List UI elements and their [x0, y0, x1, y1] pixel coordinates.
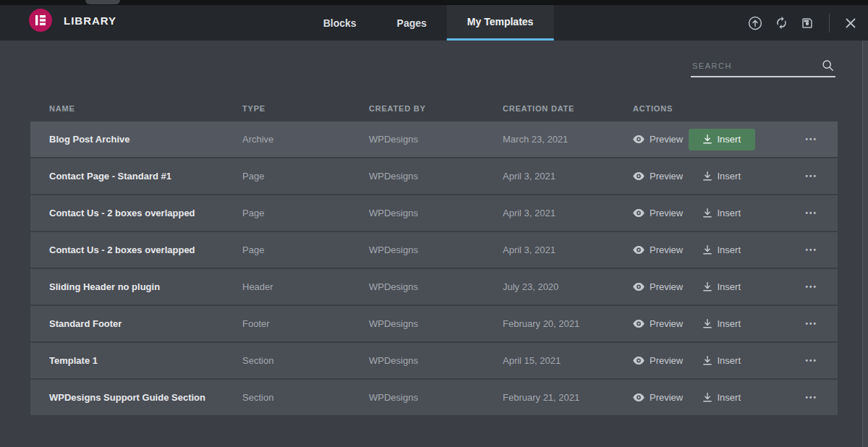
- insert-button[interactable]: Insert: [689, 129, 755, 150]
- more-options-button[interactable]: •••: [805, 136, 817, 143]
- more-options-button[interactable]: •••: [805, 357, 817, 365]
- template-name: Contact Us - 2 boxes overlapped: [49, 244, 242, 255]
- preview-button[interactable]: Preview: [633, 208, 683, 218]
- preview-button[interactable]: Preview: [633, 171, 683, 182]
- preview-button[interactable]: Preview: [633, 281, 683, 292]
- insert-icon: [703, 135, 712, 144]
- close-button[interactable]: [845, 17, 856, 29]
- insert-button[interactable]: Insert: [689, 276, 755, 298]
- import-icon: [748, 16, 762, 30]
- insert-label: Insert: [717, 355, 741, 366]
- elementor-logo-icon[interactable]: [29, 9, 52, 32]
- template-date: March 23, 2021: [503, 134, 633, 145]
- import-button[interactable]: [748, 16, 762, 30]
- sync-icon: [775, 16, 788, 30]
- preview-label: Preview: [650, 392, 683, 403]
- page-title: LIBRARY: [64, 14, 116, 27]
- template-type: Page: [242, 244, 369, 255]
- preview-button[interactable]: Preview: [633, 355, 683, 366]
- preview-label: Preview: [650, 171, 683, 182]
- template-type: Archive: [242, 134, 369, 145]
- preview-label: Preview: [650, 208, 683, 218]
- eye-icon: [633, 357, 644, 365]
- eye-icon: [633, 209, 644, 217]
- column-header-creation-date: CREATION DATE: [503, 104, 633, 113]
- more-options-button[interactable]: •••: [805, 247, 817, 254]
- more-options-button[interactable]: •••: [805, 320, 817, 328]
- more-options-button[interactable]: •••: [805, 284, 817, 291]
- scrollbar[interactable]: [862, 41, 868, 447]
- template-name: Sliding Header no plugin: [49, 281, 242, 292]
- sync-button[interactable]: [775, 16, 788, 30]
- row-actions: Preview Insert •••: [633, 276, 838, 298]
- template-date: February 20, 2021: [503, 318, 633, 329]
- insert-icon: [703, 171, 712, 181]
- top-edge-strip: [0, 0, 868, 5]
- template-name: Template 1: [49, 355, 242, 366]
- template-date: April 3, 2021: [503, 208, 633, 218]
- column-header-name: NAME: [49, 104, 242, 113]
- eye-icon: [633, 393, 644, 401]
- preview-button[interactable]: Preview: [633, 392, 683, 403]
- template-author: WPDesigns: [369, 392, 503, 403]
- insert-button[interactable]: Insert: [689, 239, 755, 261]
- topbar-divider: [829, 14, 830, 33]
- eye-icon: [633, 172, 644, 180]
- logo-area: LIBRARY: [0, 9, 116, 32]
- insert-button[interactable]: Insert: [689, 387, 755, 409]
- template-date: April 3, 2021: [503, 244, 633, 255]
- template-type: Header: [242, 281, 369, 292]
- insert-icon: [703, 319, 712, 328]
- insert-label: Insert: [717, 318, 741, 329]
- tab-blocks[interactable]: Blocks: [303, 5, 377, 41]
- tab-my-templates[interactable]: My Templates: [447, 5, 554, 41]
- template-author: WPDesigns: [369, 318, 503, 329]
- column-header-type: TYPE: [242, 104, 369, 113]
- search-row: [30, 56, 838, 77]
- insert-button[interactable]: Insert: [689, 203, 755, 224]
- row-actions: Preview Insert •••: [633, 129, 838, 150]
- preview-label: Preview: [650, 244, 683, 255]
- save-button[interactable]: [801, 17, 814, 30]
- insert-button[interactable]: Insert: [689, 166, 755, 187]
- template-name: Blog Post Archive: [49, 134, 242, 145]
- template-name: Contact Page - Standard #1: [49, 171, 242, 182]
- template-author: WPDesigns: [369, 208, 503, 218]
- search-input[interactable]: [691, 56, 835, 77]
- library-topbar: LIBRARY Blocks Pages My Templates: [0, 0, 868, 41]
- preview-label: Preview: [650, 281, 683, 292]
- insert-button[interactable]: Insert: [689, 350, 755, 372]
- insert-icon: [703, 282, 712, 291]
- insert-label: Insert: [717, 244, 741, 255]
- more-options-button[interactable]: •••: [805, 210, 817, 217]
- insert-icon: [703, 208, 712, 218]
- top-notch: [85, 0, 120, 4]
- tab-pages[interactable]: Pages: [377, 5, 447, 41]
- template-name: WPDesigns Support Guide Section: [49, 392, 242, 403]
- template-author: WPDesigns: [369, 244, 503, 255]
- more-options-button[interactable]: •••: [805, 394, 817, 401]
- search-icon[interactable]: [822, 59, 834, 72]
- row-actions: Preview Insert •••: [633, 166, 838, 187]
- table-row: WPDesigns Support Guide Section Section …: [30, 380, 838, 415]
- preview-button[interactable]: Preview: [633, 244, 683, 255]
- row-actions: Preview Insert •••: [633, 350, 838, 372]
- template-author: WPDesigns: [369, 355, 503, 366]
- template-author: WPDesigns: [369, 281, 503, 292]
- preview-button[interactable]: Preview: [633, 318, 683, 329]
- table-row: Blog Post Archive Archive WPDesigns Marc…: [30, 122, 838, 157]
- insert-label: Insert: [717, 392, 741, 403]
- table-row: Template 1 Section WPDesigns April 15, 2…: [30, 343, 838, 378]
- elementor-e-glyph: [35, 15, 46, 25]
- eye-icon: [633, 283, 644, 291]
- template-type: Page: [242, 171, 369, 182]
- template-date: April 3, 2021: [503, 171, 633, 182]
- save-icon: [801, 17, 814, 30]
- template-name: Contact Us - 2 boxes overlapped: [49, 208, 242, 218]
- preview-button[interactable]: Preview: [633, 134, 683, 145]
- insert-button[interactable]: Insert: [689, 313, 755, 335]
- table-row: Contact Us - 2 boxes overlapped Page WPD…: [30, 232, 838, 268]
- column-header-created-by: CREATED BY: [369, 104, 503, 113]
- more-options-button[interactable]: •••: [805, 173, 817, 180]
- close-icon: [845, 17, 856, 29]
